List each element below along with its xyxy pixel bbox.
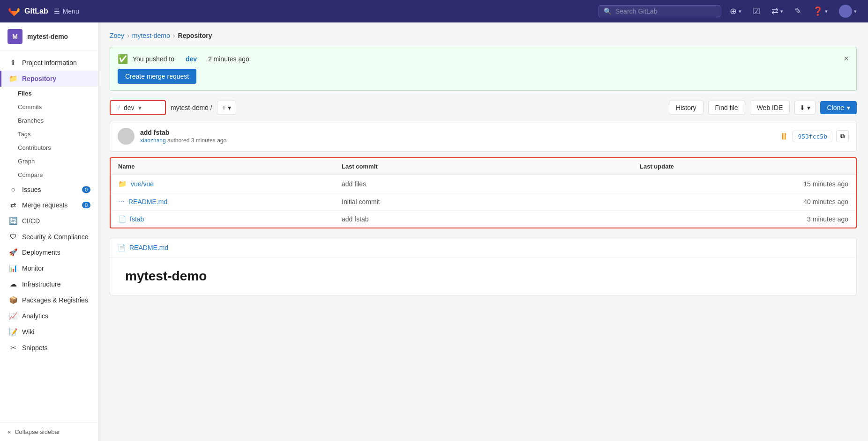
- chevron-icon: ▾: [739, 8, 741, 15]
- sidebar-item-label: Issues: [22, 186, 41, 193]
- commit-author-avatar: [118, 128, 135, 145]
- add-file-button[interactable]: + ▾: [217, 101, 236, 115]
- search-box[interactable]: 🔍: [599, 5, 720, 17]
- project-avatar: M: [7, 29, 22, 44]
- sidebar-item-analytics[interactable]: 📈 Analytics: [0, 308, 98, 324]
- sidebar-item-label: Packages & Registries: [22, 296, 88, 304]
- table-row: 📄 fstab add fstab 3 minutes ago: [111, 211, 856, 228]
- commit-meta: xiaozhang authored 3 minutes ago: [140, 137, 226, 144]
- project-header: M mytest-demo: [0, 22, 98, 51]
- breadcrumb-project[interactable]: mytest-demo: [132, 32, 170, 39]
- table-row: 📁 vue/vue add files 15 minutes ago: [111, 175, 856, 193]
- sidebar-sub-item-contributors[interactable]: Contributors: [0, 141, 98, 154]
- file-table: Name Last commit Last update 📁 vue/vue: [111, 158, 856, 228]
- collapse-sidebar-button[interactable]: « Collapse sidebar: [0, 422, 98, 441]
- create-merge-request-button[interactable]: Create merge request: [118, 69, 196, 84]
- breadcrumb-current: Repository: [178, 32, 212, 39]
- breadcrumb-sep-2: ›: [173, 32, 175, 39]
- file-commit-msg: add files: [334, 175, 632, 193]
- hamburger-icon: ☰: [54, 7, 60, 15]
- search-input[interactable]: [615, 7, 715, 15]
- help-icon: ❓: [813, 6, 823, 16]
- sidebar-item-security[interactable]: 🛡 Security & Compliance: [0, 229, 98, 244]
- graph-label: Graph: [18, 158, 35, 165]
- sidebar-item-label: Analytics: [22, 312, 48, 320]
- col-header-name: Name: [111, 158, 334, 175]
- file-name-link[interactable]: 📁 vue/vue: [118, 180, 327, 188]
- branch-selector[interactable]: ⑂ dev ▾: [110, 100, 166, 115]
- sidebar-sub-item-files[interactable]: Files: [0, 87, 98, 100]
- sidebar-item-repository[interactable]: 📁 Repository: [0, 71, 98, 87]
- alert-actions: Create merge request: [118, 69, 249, 84]
- repo-path: mytest-demo /: [171, 104, 212, 111]
- main-content: Zoey › mytest-demo › Repository ✅ You pu…: [98, 22, 868, 441]
- sidebar: M mytest-demo ℹ Project information 📁 Re…: [0, 22, 98, 441]
- chevron-icon-3: ▾: [825, 8, 828, 15]
- branches-label: Branches: [18, 117, 44, 124]
- sidebar-item-label: Security & Compliance: [22, 233, 89, 241]
- breadcrumb-sep-1: ›: [127, 32, 129, 39]
- sidebar-item-deployments[interactable]: 🚀 Deployments: [0, 244, 98, 260]
- sidebar-item-label: CI/CD: [22, 217, 40, 225]
- copy-hash-button[interactable]: ⧉: [836, 130, 849, 142]
- find-file-button[interactable]: Find file: [708, 101, 745, 115]
- sidebar-item-wiki[interactable]: 📝 Wiki: [0, 324, 98, 340]
- user-avatar-button[interactable]: ▾: [835, 3, 861, 20]
- sidebar-item-label: Infrastructure: [22, 280, 60, 288]
- sidebar-sub-item-tags[interactable]: Tags: [0, 127, 98, 141]
- sidebar-sub-item-branches[interactable]: Branches: [0, 114, 98, 127]
- alert-branch-link[interactable]: dev: [186, 55, 197, 63]
- commit-hash[interactable]: 953fcc5b: [793, 131, 832, 142]
- menu-button[interactable]: ☰ Menu: [54, 7, 79, 15]
- issues-button[interactable]: ✎: [791, 4, 805, 18]
- branch-icon: ⑂: [116, 104, 120, 111]
- file-name-cell: 📄 fstab: [111, 211, 334, 228]
- cicd-icon: 🔄: [9, 217, 17, 225]
- sidebar-item-packages[interactable]: 📦 Packages & Registries: [0, 292, 98, 308]
- sidebar-item-infrastructure[interactable]: ☁ Infrastructure: [0, 276, 98, 292]
- create-button[interactable]: ⊕ ▾: [726, 4, 745, 18]
- breadcrumb: Zoey › mytest-demo › Repository: [110, 32, 857, 39]
- sidebar-sub-item-commits[interactable]: Commits: [0, 100, 98, 114]
- merge-request-button[interactable]: ⇄ ▾: [768, 4, 787, 18]
- history-button[interactable]: History: [669, 101, 703, 115]
- file-name-link[interactable]: 📄 fstab: [118, 215, 327, 223]
- sidebar-item-issues[interactable]: ○ Issues 0: [0, 182, 98, 197]
- sidebar-item-snippets[interactable]: ✂ Snippets: [0, 340, 98, 356]
- chevron-icon: ▾: [847, 104, 850, 111]
- sidebar-item-label: Project information: [22, 59, 77, 66]
- download-button[interactable]: ⬇ ▾: [794, 101, 816, 115]
- packages-icon: 📦: [9, 296, 17, 304]
- sidebar-item-cicd[interactable]: 🔄 CI/CD: [0, 213, 98, 229]
- merge-icon: ⇄: [771, 6, 778, 16]
- issues-nav-icon: ○: [9, 185, 17, 193]
- gitlab-logo-area[interactable]: GitLab: [7, 5, 48, 18]
- files-label: Files: [18, 90, 32, 97]
- plus-icon: +: [222, 104, 226, 111]
- page-layout: M mytest-demo ℹ Project information 📁 Re…: [0, 22, 868, 441]
- file-name-cell: 📁 vue/vue: [111, 175, 334, 193]
- sidebar-sub-item-graph[interactable]: Graph: [0, 154, 98, 168]
- sidebar-item-monitor[interactable]: 📊 Monitor: [0, 260, 98, 276]
- commit-left: add fstab xiaozhang authored 3 minutes a…: [118, 128, 226, 145]
- readme-file-icon: 📄: [118, 244, 126, 251]
- plus-icon: ⊕: [730, 6, 737, 16]
- collapse-label: Collapse sidebar: [15, 428, 60, 435]
- readme-title: mytest-demo: [125, 269, 841, 284]
- help-button[interactable]: ❓ ▾: [809, 4, 831, 18]
- chevron-down-icon: ▾: [138, 104, 142, 111]
- commit-author-link[interactable]: xiaozhang: [140, 137, 166, 144]
- web-ide-button[interactable]: Web IDE: [750, 101, 790, 115]
- todo-button[interactable]: ☑: [749, 4, 764, 18]
- sidebar-sub-item-compare[interactable]: Compare: [0, 168, 98, 182]
- sidebar-item-project-info[interactable]: ℹ Project information: [0, 55, 98, 71]
- alert-close-button[interactable]: ×: [844, 54, 849, 64]
- user-avatar: [839, 5, 852, 18]
- push-alert-banner: ✅ You pushed to dev 2 minutes ago Create…: [110, 47, 857, 91]
- file-commit-msg: add fstab: [334, 211, 632, 228]
- breadcrumb-zoey[interactable]: Zoey: [110, 32, 124, 39]
- project-name: mytest-demo: [27, 33, 68, 40]
- file-name-link[interactable]: ⋯ README.md: [118, 198, 327, 206]
- sidebar-item-merge-requests[interactable]: ⇄ Merge requests 0: [0, 197, 98, 213]
- clone-button[interactable]: Clone ▾: [820, 101, 857, 114]
